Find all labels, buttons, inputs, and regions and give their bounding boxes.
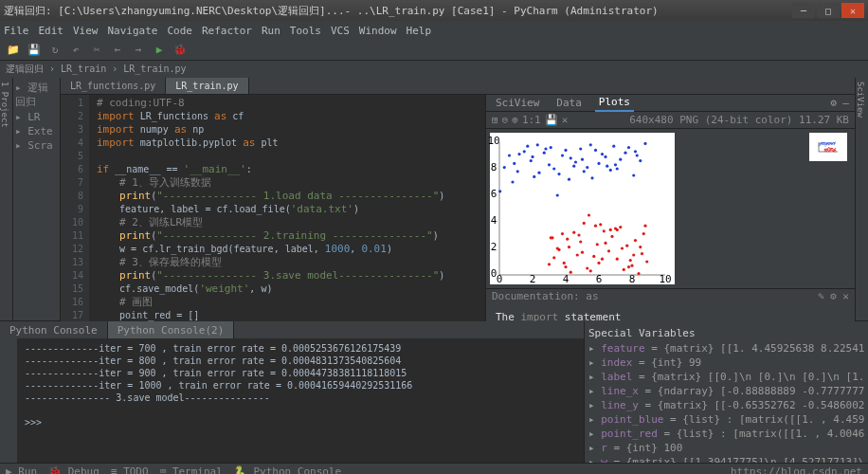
svg-point-33 xyxy=(643,142,646,145)
svg-point-139 xyxy=(819,143,820,144)
var-row[interactable]: ▸ point_blue = {list} : [matrix([[1. , 4… xyxy=(588,412,864,427)
svg-point-75 xyxy=(623,268,625,271)
svg-point-54 xyxy=(513,162,515,165)
zoom-ratio[interactable]: 1:1 xyxy=(522,114,541,126)
svg-point-49 xyxy=(516,170,519,173)
close-button[interactable]: ✕ xyxy=(841,3,864,18)
gear-icon[interactable]: ⚙ ‒ xyxy=(830,97,849,109)
proj-item[interactable]: ▸ LR xyxy=(15,110,58,124)
menu-window[interactable]: Window xyxy=(359,25,397,37)
svg-point-207 xyxy=(828,150,829,151)
editor-tabs: LR_functions.pyLR_train.py xyxy=(61,78,855,95)
menu-run[interactable]: Run xyxy=(262,25,280,37)
editor-tab[interactable]: LR_functions.py xyxy=(61,78,166,94)
var-row[interactable]: ▸ label = {matrix} [[0.]\n [0.]\n [0.]\n… xyxy=(588,370,864,384)
svg-point-15 xyxy=(572,165,575,168)
run-icon[interactable]: ▶ xyxy=(152,43,167,58)
svg-text:0: 0 xyxy=(497,273,503,285)
status-debug[interactable]: 🐞 Debug xyxy=(48,465,99,474)
menu-view[interactable]: View xyxy=(73,25,99,37)
minimize-button[interactable]: ─ xyxy=(792,3,815,18)
grid-icon[interactable]: ⊞ xyxy=(492,114,498,126)
save-plot-icon[interactable]: 💾 xyxy=(545,114,558,126)
var-row[interactable]: ▸ index = {int} 99 xyxy=(588,356,864,370)
status-todo[interactable]: ≡ TODO xyxy=(111,465,149,474)
svg-point-36 xyxy=(503,166,506,169)
right-stripe[interactable]: SciView xyxy=(855,78,868,320)
back-icon[interactable]: ← xyxy=(110,43,125,58)
tab-pyconsole[interactable]: Python Console xyxy=(0,321,108,338)
save-icon[interactable]: 💾 xyxy=(27,43,42,58)
svg-point-81 xyxy=(629,259,632,262)
status-run[interactable]: ▶ Run xyxy=(6,465,37,474)
variables-panel[interactable]: Special Variables ▸ feature = {matrix} [… xyxy=(584,321,868,463)
proj-item[interactable]: ▸ Scra xyxy=(15,138,58,153)
var-row[interactable]: ▸ point_red = {list} : [matrix([[1. , 4.… xyxy=(588,427,864,441)
svg-point-121 xyxy=(825,146,826,147)
zoom-out-icon[interactable]: ⊖ xyxy=(502,114,509,126)
menu-edit[interactable]: Edit xyxy=(39,25,64,37)
refresh-icon[interactable]: ↻ xyxy=(47,43,63,58)
svg-point-46 xyxy=(586,166,588,169)
tab-plots[interactable]: Plots xyxy=(595,94,634,112)
zoom-in-icon[interactable]: ⊕ xyxy=(512,114,518,126)
plot-thumbnail[interactable] xyxy=(809,133,847,161)
status-terminal[interactable]: ⌨ Terminal xyxy=(160,465,223,474)
svg-text:4: 4 xyxy=(491,214,497,227)
left-stripe[interactable]: 1 Project xyxy=(0,78,13,320)
status-pyconsole[interactable]: 🐍 Python Console xyxy=(234,465,341,474)
menu-tools[interactable]: Tools xyxy=(290,25,321,37)
doc-edit-icon[interactable]: ✎ ⚙ ✕ xyxy=(818,290,849,302)
sciview-tabs: SciView Data Plots ⚙ ‒ xyxy=(486,95,855,112)
svg-point-56 xyxy=(544,147,547,150)
svg-point-16 xyxy=(498,190,501,192)
fwd-icon[interactable]: → xyxy=(131,43,146,58)
proj-item[interactable]: ▸ Exte xyxy=(15,124,58,138)
menu-file[interactable]: File xyxy=(4,25,29,37)
svg-point-24 xyxy=(579,147,582,150)
breadcrumb[interactable]: 逻辑回归 › LR_train › LR_train.py xyxy=(0,61,868,78)
svg-point-145 xyxy=(834,144,835,145)
svg-point-97 xyxy=(566,238,569,241)
menu-navigate[interactable]: Navigate xyxy=(108,25,158,37)
var-row[interactable]: ▸ w = {matrix} [[1.39417775]\n [4.527177… xyxy=(588,455,864,463)
svg-point-39 xyxy=(619,158,622,161)
var-row[interactable]: ▸ line_y = {matrix} [[-0.65352762 -0.548… xyxy=(588,398,864,412)
close-plot-icon[interactable]: ✕ xyxy=(562,114,569,126)
console-output[interactable]: -------------iter = 700 , train error ra… xyxy=(17,338,584,463)
open-icon[interactable]: 📁 xyxy=(6,43,21,58)
menu-refactor[interactable]: Refactor xyxy=(202,25,252,37)
svg-point-204 xyxy=(830,149,831,150)
svg-point-53 xyxy=(612,145,615,148)
var-row[interactable]: ▸ line_x = {ndarray} [-0.88888889 -0.777… xyxy=(588,384,864,398)
svg-point-90 xyxy=(641,252,643,255)
tab-sciview[interactable]: SciView xyxy=(492,95,543,111)
project-tree[interactable]: ▸ 逻辑回归▸ LR▸ Exte▸ Scra xyxy=(13,78,61,320)
menu-vcs[interactable]: VCS xyxy=(331,25,350,37)
svg-text:0: 0 xyxy=(491,267,497,280)
proj-item[interactable]: ▸ 逻辑回归 xyxy=(15,80,58,110)
svg-point-135 xyxy=(826,144,827,145)
undo-icon[interactable]: ↶ xyxy=(68,43,83,58)
svg-point-93 xyxy=(625,245,628,247)
menu-help[interactable]: Help xyxy=(407,25,432,37)
menu-code[interactable]: Code xyxy=(167,25,192,37)
editor-tab[interactable]: LR_train.py xyxy=(166,78,248,94)
debug-icon[interactable]: 🐞 xyxy=(172,43,188,58)
svg-point-96 xyxy=(645,260,648,263)
tab-data[interactable]: Data xyxy=(552,95,586,111)
svg-point-109 xyxy=(568,246,570,248)
svg-point-50 xyxy=(564,149,567,152)
svg-point-141 xyxy=(823,144,823,145)
svg-point-92 xyxy=(586,266,588,269)
tab-pyconsole2[interactable]: Python Console(2) xyxy=(108,321,235,338)
svg-point-73 xyxy=(576,253,579,256)
scatter-plot[interactable]: 00224466881010 xyxy=(490,133,675,284)
var-row[interactable]: ▸ feature = {matrix} [[1. 4.45925638 8.2… xyxy=(588,341,864,356)
svg-point-76 xyxy=(561,232,564,235)
maximize-button[interactable]: □ xyxy=(817,3,840,18)
svg-point-37 xyxy=(594,149,597,152)
cut-icon[interactable]: ✂ xyxy=(89,43,104,58)
var-row[interactable]: ▸ r = {int} 100 xyxy=(588,441,864,455)
svg-point-99 xyxy=(614,227,617,229)
